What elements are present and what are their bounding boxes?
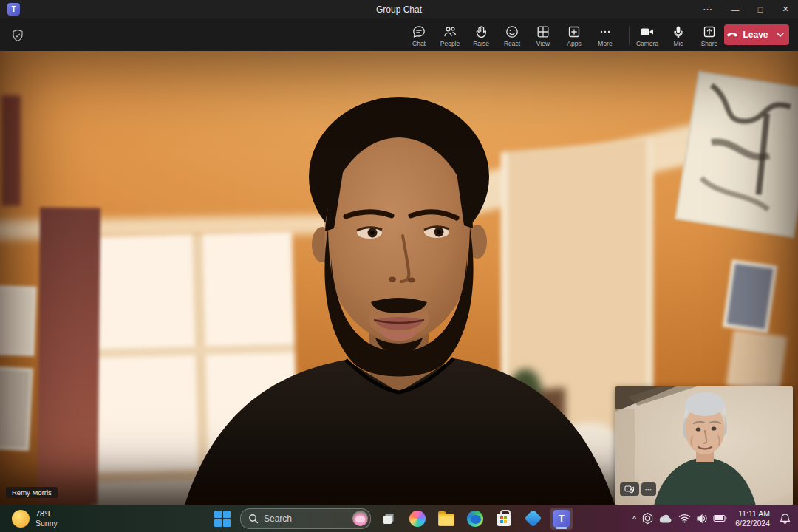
close-button[interactable]: ✕ (773, 0, 798, 18)
self-view-pip[interactable]: ⋯ (615, 386, 793, 505)
titlebar-menu-button[interactable]: ⋯ (693, 0, 723, 18)
pip-camera-settings-button[interactable] (620, 482, 639, 496)
chat-button[interactable]: Chat (403, 21, 434, 50)
bell-icon (780, 513, 791, 525)
window-controls: ⋯ — □ ✕ (693, 0, 798, 18)
tray-time: 11:11 AM (738, 509, 770, 519)
toolbar-center-group: Chat People Raise (403, 21, 621, 50)
view-button[interactable]: View (528, 21, 559, 50)
microsoft-store-button[interactable] (493, 508, 515, 530)
more-label: More (598, 41, 612, 47)
view-grid-icon (536, 24, 550, 39)
people-button[interactable]: People (434, 21, 466, 50)
camera-gear-icon (624, 485, 635, 494)
leave-options-button[interactable] (771, 24, 789, 45)
mic-button[interactable]: Mic (663, 21, 694, 50)
notifications-button[interactable] (780, 513, 791, 525)
hangup-icon (726, 31, 738, 38)
system-tray: ^ (632, 505, 798, 532)
maximize-button[interactable]: □ (748, 0, 773, 18)
sun-icon (12, 510, 30, 528)
search-icon (248, 514, 259, 524)
app-diamond-button[interactable] (522, 508, 544, 530)
view-label: View (536, 41, 550, 47)
react-button[interactable]: React (497, 21, 528, 50)
wifi-icon (678, 514, 691, 523)
more-dots-icon (598, 24, 613, 39)
pip-controls: ⋯ (620, 482, 656, 496)
weather-condition: Sunny (35, 519, 58, 528)
teams-app-icon: T (553, 510, 570, 528)
toolbar-divider (629, 26, 630, 45)
diamond-app-icon (524, 509, 542, 527)
raise-label: Raise (473, 41, 489, 47)
taskbar: 78°F Sunny Search (0, 505, 798, 532)
battery-button[interactable] (713, 514, 727, 522)
toolbar-device-group: Camera Mic Share (632, 21, 725, 50)
teams-window: T Group Chat ⋯ — □ ✕ Chat (0, 0, 798, 532)
people-label: People (440, 41, 460, 47)
edge-button[interactable] (464, 508, 486, 530)
shield-check-icon (11, 29, 24, 42)
chevron-down-icon (777, 33, 784, 37)
mic-icon (671, 24, 686, 39)
taskbar-apps: Search T (211, 505, 573, 532)
leave-button[interactable]: Leave (724, 24, 771, 45)
copilot-button[interactable] (406, 508, 429, 530)
share-button[interactable]: Share (694, 21, 725, 50)
meeting-toolbar: Chat People Raise (0, 18, 798, 51)
task-view-icon (381, 511, 396, 526)
camera-icon (639, 24, 655, 39)
start-button[interactable] (211, 508, 233, 530)
onedrive-button[interactable] (659, 514, 673, 523)
tray-app-button[interactable] (641, 512, 654, 525)
teams-taskbar-button[interactable]: T (550, 508, 573, 530)
leave-button-group: Leave (724, 24, 789, 45)
search-placeholder: Search (264, 514, 347, 524)
share-icon (702, 24, 717, 39)
main-video-stage: Remy Morris (0, 51, 798, 505)
weather-widget-button[interactable]: 78°F Sunny (7, 505, 62, 532)
clock-button[interactable]: 11:11 AM 6/22/2024 (732, 509, 773, 528)
edge-icon (467, 511, 483, 527)
participant-name-label: Remy Morris (6, 487, 58, 499)
security-shield-button[interactable] (9, 27, 27, 44)
speaker-icon (696, 514, 708, 524)
window-title: Group Chat (0, 4, 798, 15)
raise-hand-button[interactable]: Raise (466, 21, 497, 50)
search-box[interactable]: Search (240, 508, 371, 529)
apps-label: Apps (567, 41, 581, 47)
apps-plus-icon (567, 24, 582, 39)
weather-temperature: 78°F (35, 509, 58, 519)
chat-icon (412, 24, 426, 39)
active-app-indicator (556, 527, 567, 529)
raise-hand-icon (474, 24, 488, 39)
copilot-icon (409, 511, 426, 527)
volume-button[interactable] (696, 514, 708, 524)
camera-label: Camera (636, 41, 658, 47)
hexagon-app-icon (641, 512, 654, 525)
apps-button[interactable]: Apps (559, 21, 590, 50)
react-smiley-icon (505, 24, 519, 39)
camera-button[interactable]: Camera (632, 21, 663, 50)
leave-label: Leave (743, 30, 768, 40)
share-label: Share (701, 41, 718, 47)
hidden-icons-button[interactable]: ^ (632, 514, 637, 525)
search-highlight-lotus-image (352, 511, 368, 526)
cloud-icon (659, 514, 673, 523)
pip-more-button[interactable]: ⋯ (641, 482, 656, 496)
title-bar: T Group Chat ⋯ — □ ✕ (0, 0, 798, 18)
more-button[interactable]: More (590, 21, 621, 50)
task-view-button[interactable] (378, 508, 400, 530)
minimize-button[interactable]: — (723, 0, 748, 18)
battery-icon (713, 514, 727, 522)
react-label: React (504, 41, 520, 47)
teams-logo-icon: T (7, 3, 20, 16)
store-icon (497, 514, 511, 526)
file-explorer-icon (438, 514, 454, 526)
chat-label: Chat (412, 41, 426, 47)
wifi-button[interactable] (678, 514, 691, 523)
mic-label: Mic (673, 41, 683, 47)
people-icon (443, 24, 457, 39)
file-explorer-button[interactable] (435, 508, 457, 530)
